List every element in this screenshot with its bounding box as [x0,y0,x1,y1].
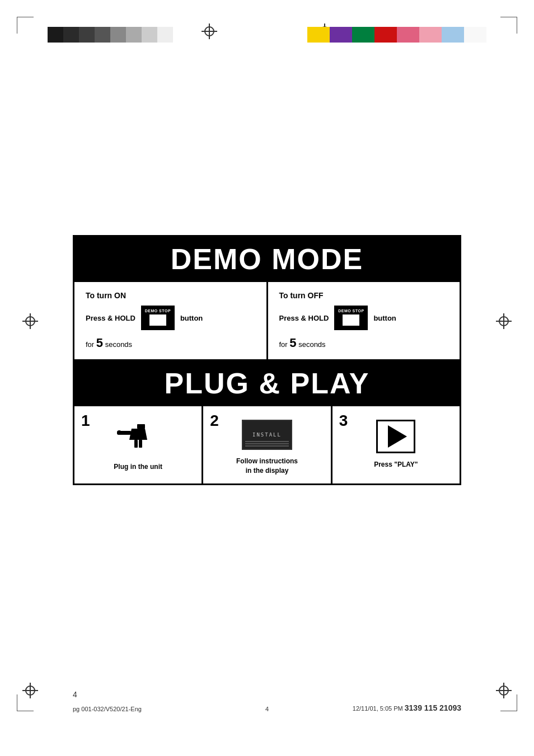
demo-stop-button-off: DEMO STOP [334,306,368,330]
plug-col-3: 3 Press "PLAY" [332,406,460,483]
demo-on-label: To turn ON [86,291,126,300]
footer-left: pg 001-032/V520/21-Eng [73,706,142,712]
demo-on-row: Press & HOLD DEMO STOP button [86,306,203,330]
demo-off-row: Press & HOLD DEMO STOP button [279,306,396,330]
demo-mode-title: DEMO MODE [74,237,460,280]
footer-date: 12/11/01, 5:05 PM [353,705,403,712]
demo-off-label: To turn OFF [279,291,324,300]
step-1-caption: Plug in the unit [114,462,162,472]
btn-square-on [149,314,166,326]
step-2-num: 2 [210,412,219,430]
plug-play-box: PLUG & PLAY 1 [73,361,461,485]
step-1-num: 1 [81,412,90,430]
color-strip-right [307,27,486,43]
plug-col-2: 2 INSTALL Follow instructionsi [203,406,332,483]
reg-mark-mid-left [22,313,38,329]
demo-on-col: To turn ON Press & HOLD DEMO STOP button… [74,282,268,359]
trim-mark-tl [17,17,34,34]
footer-right: 12/11/01, 5:05 PM 3139 115 21093 [353,703,461,712]
play-icon [376,420,415,453]
seconds-unit-on: seconds [105,340,132,349]
display-icon: INSTALL [242,420,292,450]
btn-label-off: DEMO STOP [338,309,364,313]
reg-mark-mid-right [496,313,512,329]
plug-col-1: 1 [74,406,203,483]
reg-mark-bot-right [496,683,512,698]
step-3-caption: Press "PLAY" [374,460,418,469]
for-seconds-off: for 5 seconds [279,336,326,350]
press-hold-on: Press & HOLD [86,314,135,322]
demo-off-col: To turn OFF Press & HOLD DEMO STOP butto… [268,282,460,359]
for-text-on: for [86,340,94,349]
reg-mark-top-left [202,24,217,39]
svg-marker-2 [129,429,147,440]
svg-point-6 [117,430,121,435]
step-2-caption: Follow instructionsin the display [236,457,298,476]
button-word-off: button [373,314,396,322]
step-3-num: 3 [339,412,348,430]
btn-label-on: DEMO STOP [145,309,171,313]
button-word-on: button [180,314,203,322]
footer-code: 3139 115 21093 [405,703,461,712]
display-lines [245,441,289,447]
seconds-num-off: 5 [289,336,296,350]
color-strip-left [48,27,173,43]
for-text-off: for [279,340,288,349]
display-text: INSTALL [252,431,282,439]
plug-play-title: PLUG & PLAY [74,361,460,405]
display-install-text: INSTALL [252,431,282,439]
demo-stop-button-on: DEMO STOP [141,306,175,330]
footer-center: 4 [265,706,269,712]
play-triangle [388,425,407,448]
press-hold-off: Press & HOLD [279,314,329,322]
reg-mark-bot-left [22,683,38,698]
plug-play-columns: 1 [74,405,460,483]
svg-rect-3 [134,440,138,448]
btn-square-off [343,314,359,326]
demo-mode-columns: To turn ON Press & HOLD DEMO STOP button… [74,280,460,359]
plug-svg [116,420,161,453]
page-number: 4 [73,690,77,699]
trim-mark-tr [500,17,517,34]
main-content: DEMO MODE To turn ON Press & HOLD DEMO S… [73,235,461,485]
for-seconds-on: for 5 seconds [86,336,132,350]
demo-mode-box: DEMO MODE To turn ON Press & HOLD DEMO S… [73,235,461,361]
seconds-unit-off: seconds [298,340,325,349]
svg-rect-4 [139,440,142,448]
svg-rect-1 [140,424,142,429]
plug-icon [116,420,161,456]
seconds-num-on: 5 [96,336,103,350]
